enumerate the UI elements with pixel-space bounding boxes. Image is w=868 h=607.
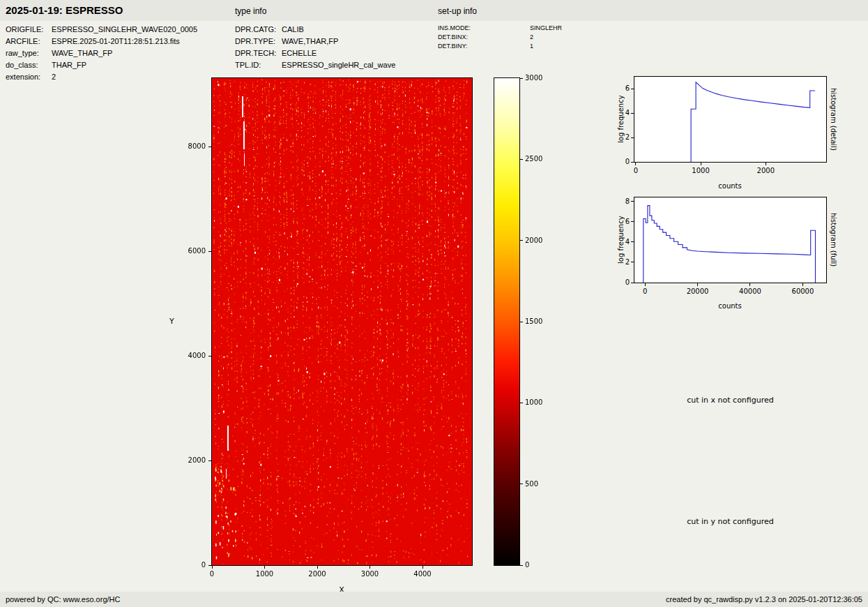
tick-mark (631, 262, 634, 262)
raw-frame-canvas (212, 78, 472, 565)
tick-label: 3000 (349, 570, 391, 578)
tick-mark (520, 403, 523, 403)
tick-mark (422, 566, 423, 569)
field-label: raw_type: (6, 47, 52, 59)
tick-mark (520, 159, 523, 160)
hist-full-right-label: histogram (full) (829, 197, 838, 283)
type-info-row: DPR.TECH: ECHELLE (235, 47, 437, 59)
tick-mark (264, 566, 265, 569)
footer-left-text: powered by QC: www.eso.org/HC (6, 595, 120, 604)
field-value: SINGLEHR (530, 24, 562, 33)
field-value: 2 (530, 33, 533, 42)
file-info-row: raw_type: WAVE_THAR_FP (6, 47, 236, 59)
field-label: ARCFILE: (6, 36, 52, 47)
field-value: THAR_FP (52, 59, 86, 71)
footer-band: powered by QC: www.eso.org/HC created by… (0, 592, 868, 607)
tick-label: 2 (617, 133, 630, 142)
tick-label: 500 (525, 480, 553, 488)
tick-mark (208, 356, 211, 357)
file-info-row: extension: 2 (6, 71, 236, 83)
hist-full-plot (634, 197, 826, 283)
tick-mark (701, 163, 701, 165)
tick-mark (317, 566, 318, 569)
tick-label: 6 (617, 218, 630, 226)
tick-mark (631, 221, 634, 222)
histogram_full-line (634, 197, 826, 283)
field-value: ECHELLE (282, 47, 317, 59)
qc-report-page: 2025-01-19: ESPRESSO type info set-up in… (0, 0, 868, 607)
field-value: 2 (52, 71, 56, 83)
type-info-row: TPL.ID: ESPRESSO_singleHR_cal_wave (235, 59, 437, 71)
tick-label: 8 (617, 197, 630, 206)
tick-mark (631, 89, 634, 89)
tick-label: 6000 (179, 247, 206, 255)
tick-label: 2000 (296, 570, 338, 578)
page-title: 2025-01-19: ESPRESSO (6, 4, 123, 16)
header-band: 2025-01-19: ESPRESSO type info set-up in… (0, 0, 868, 21)
tick-mark (749, 283, 750, 286)
tick-mark (635, 163, 636, 165)
field-label: DPR.TYPE: (235, 36, 282, 47)
field-label: INS.MODE: (438, 24, 530, 33)
field-value: ESPRE.2025-01-20T11:28:51.213.fits (52, 36, 180, 47)
tick-mark (520, 484, 523, 484)
field-label: DPR.TECH: (235, 47, 282, 59)
type-info-block: DPR.CATG: CALIB DPR.TYPE: WAVE,THAR,FP D… (235, 24, 437, 71)
tick-label: 2000 (525, 237, 553, 245)
tick-label: 1500 (525, 317, 553, 326)
tick-mark (208, 147, 211, 147)
tick-label: 2000 (745, 167, 786, 175)
tick-label: 3000 (525, 74, 553, 82)
setup-info-row: DET.BINX: 2 (438, 33, 619, 42)
file-info-row: do_class: THAR_FP (6, 59, 236, 71)
field-label: do_class: (6, 59, 52, 71)
field-value: CALIB (282, 24, 304, 36)
type-info-row: DPR.CATG: CALIB (235, 24, 437, 36)
field-value: ESPRESSO_SINGLEHR_WAVE020_0005 (52, 24, 197, 36)
tick-label: 1000 (680, 167, 722, 175)
tick-label: 2500 (525, 155, 553, 163)
footer-right-text: created by qc_rawdisp.py v1.2.3 on 2025-… (666, 595, 862, 604)
tick-label: 2000 (179, 456, 206, 465)
field-value: 1 (530, 42, 533, 51)
hist-detail-right-label: histogram (detail) (829, 77, 838, 162)
colorbar (494, 78, 519, 565)
cut-y-note: cut in y not configured (634, 517, 826, 526)
tick-mark (631, 201, 634, 202)
tick-mark (208, 460, 211, 461)
tick-mark (370, 566, 370, 569)
tick-mark (631, 162, 634, 163)
tick-label: 4 (617, 238, 630, 246)
tick-label: 4000 (402, 570, 443, 578)
histogram_detail-line (634, 77, 826, 162)
tick-label: 0 (624, 287, 666, 296)
setup-info-block: INS.MODE: SINGLEHR DET.BINX: 2 DET.BINY:… (438, 24, 619, 51)
field-label: TPL.ID: (235, 59, 282, 71)
tick-label: 0 (525, 561, 553, 569)
raw-frame-image (212, 78, 472, 565)
tick-mark (520, 240, 523, 241)
hist-detail-plot (634, 77, 826, 162)
tick-label: 60000 (782, 287, 823, 296)
tick-mark (631, 113, 634, 114)
tick-label: 0 (179, 561, 206, 569)
file-info-block: ORIGFILE: ESPRESSO_SINGLEHR_WAVE020_0005… (6, 24, 236, 83)
field-value: WAVE_THAR_FP (52, 47, 112, 59)
tick-mark (208, 251, 211, 252)
raw-frame-ylabel: Y (169, 317, 174, 326)
tick-mark (520, 322, 523, 322)
tick-mark (631, 283, 634, 283)
hist-detail-xlabel: counts (709, 182, 751, 190)
tick-mark (802, 283, 803, 286)
tick-label: 2 (617, 258, 630, 267)
field-label: extension: (6, 71, 52, 83)
tick-label: 0 (617, 158, 630, 166)
tick-label: 4000 (179, 352, 206, 360)
tick-label: 4 (617, 109, 630, 117)
tick-label: 1000 (525, 398, 553, 407)
hist-full-xlabel: counts (709, 302, 751, 310)
tick-mark (212, 566, 213, 569)
cut-x-note: cut in x not configured (634, 396, 826, 405)
tick-mark (631, 241, 634, 242)
tick-label: 0 (191, 570, 233, 578)
